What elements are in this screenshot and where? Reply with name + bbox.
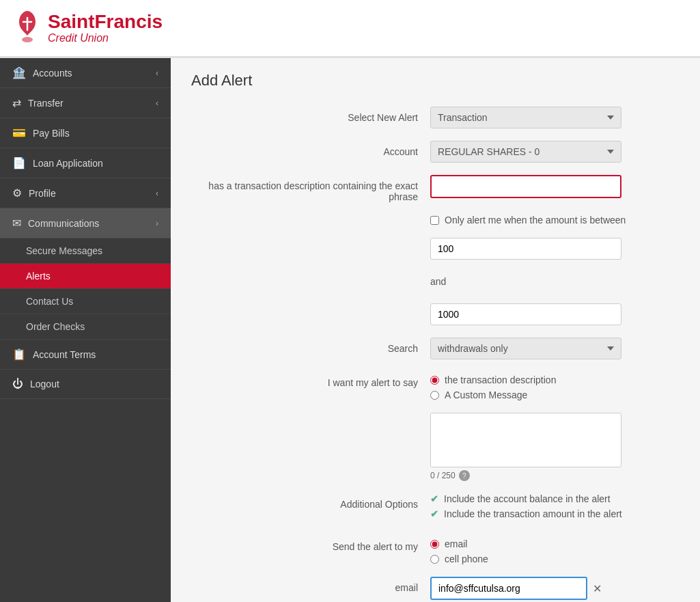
option2-label: Include the transaction amount in the al…	[444, 508, 622, 519]
transfer-icon: ⇄	[12, 96, 21, 109]
amount-checkbox[interactable]	[430, 216, 439, 225]
transaction-desc-input[interactable]	[430, 175, 621, 198]
send-alert-wrap: email cell phone	[430, 536, 680, 564]
sidebar-label-transfer: Transfer	[28, 98, 64, 109]
sidebar: 🏦 Accounts ‹ ⇄ Transfer ‹ 💳 Pay Bills 📄 …	[0, 58, 171, 602]
alert-message-wrap: the transaction description A Custom Mes…	[430, 372, 680, 400]
sidebar-sub-item-order-checks[interactable]: Order Checks	[0, 314, 171, 340]
amount-min-input[interactable]	[430, 238, 621, 260]
form-row-amount-checkbox: Only alert me when the amount is between	[191, 215, 680, 225]
radio-cell-label[interactable]: cell phone	[445, 553, 488, 564]
radio-custom-message[interactable]	[430, 391, 439, 400]
profile-icon: ⚙	[12, 187, 22, 200]
textarea-wrap-outer: 0 / 250 ?	[430, 413, 680, 481]
radio-row-cell: cell phone	[430, 553, 680, 564]
amount-checkbox-row: Only alert me when the amount is between	[430, 215, 680, 225]
option1-row: ✔ Include the account balance in the ale…	[430, 493, 680, 504]
sub-label-alerts: Alerts	[26, 271, 51, 282]
char-count: 0 / 250 ?	[430, 467, 680, 481]
communications-icon: ✉	[12, 217, 21, 230]
account-label: Account	[191, 141, 430, 157]
radio-row-email: email	[430, 538, 680, 549]
chevron-icon: ‹	[156, 68, 158, 78]
sidebar-item-logout[interactable]: ⏻ Logout	[0, 370, 171, 399]
email-input[interactable]	[430, 577, 587, 600]
transaction-desc-label: has a transaction description containing…	[191, 175, 430, 202]
loan-icon: 📄	[12, 156, 26, 169]
select-new-alert-label: Select New Alert	[191, 107, 430, 123]
option1-label: Include the account balance in the alert	[444, 493, 611, 504]
form-row-send-alert: Send the alert to my email cell phone	[191, 536, 680, 564]
form-row-transaction-desc: has a transaction description containing…	[191, 175, 680, 202]
amount-max-label-spacer	[191, 303, 430, 309]
search-select[interactable]: withdrawals only deposits only all trans…	[430, 338, 621, 359]
email-input-wrap: ✕	[430, 577, 680, 600]
pay-bills-icon: 💳	[12, 126, 26, 139]
sidebar-sub-item-alerts[interactable]: Alerts	[0, 264, 171, 289]
header: SaintFrancis Credit Union	[0, 0, 700, 58]
page-title: Add Alert	[191, 72, 680, 90]
app-layout: 🏦 Accounts ‹ ⇄ Transfer ‹ 💳 Pay Bills 📄 …	[0, 58, 700, 602]
sidebar-label-loan: Loan Application	[33, 158, 103, 169]
sub-label-secure-messages: Secure Messages	[26, 245, 102, 256]
sidebar-item-loan-application[interactable]: 📄 Loan Application	[0, 148, 171, 178]
svg-point-0	[22, 37, 33, 42]
sidebar-item-pay-bills[interactable]: 💳 Pay Bills	[0, 118, 171, 148]
radio-custom-message-label[interactable]: A Custom Message	[445, 389, 527, 400]
logo-icon	[14, 10, 41, 47]
select-new-alert-wrap: Transaction Balance Security	[430, 107, 680, 128]
sidebar-sub-item-contact-us[interactable]: Contact Us	[0, 289, 171, 314]
sub-label-contact-us: Contact Us	[26, 296, 73, 307]
radio-group-send: email cell phone	[430, 536, 680, 564]
textarea-container	[430, 413, 621, 467]
amount-label-spacer	[191, 215, 430, 220]
and-label: and	[430, 272, 680, 291]
sidebar-label-accounts: Accounts	[33, 68, 72, 79]
form-row-additional-options: Additional Options ✔ Include the account…	[191, 493, 680, 523]
sidebar-label-communications: Communications	[28, 218, 99, 229]
sidebar-item-profile[interactable]: ⚙ Profile ‹	[0, 178, 171, 208]
account-select[interactable]: REGULAR SHARES - 0 CHECKING - 1	[430, 141, 621, 163]
sidebar-label-logout: Logout	[30, 379, 59, 389]
clear-email-icon[interactable]: ✕	[593, 582, 602, 595]
custom-message-textarea[interactable]	[431, 413, 621, 467]
radio-transaction-desc-label[interactable]: the transaction description	[445, 374, 556, 385]
help-icon[interactable]: ?	[459, 470, 470, 481]
amount-max-wrap	[430, 303, 680, 325]
and-wrap: and	[430, 272, 680, 291]
accounts-icon: 🏦	[12, 66, 26, 79]
radio-cell-phone[interactable]	[430, 555, 439, 564]
sidebar-item-account-terms[interactable]: 📋 Account Terms	[0, 340, 171, 370]
form-row-amount-min	[191, 238, 680, 260]
radio-email[interactable]	[430, 540, 439, 549]
radio-row-custom-message: A Custom Message	[430, 389, 680, 400]
sidebar-sub-item-secure-messages[interactable]: Secure Messages	[0, 238, 171, 264]
search-label: Search	[191, 338, 430, 354]
form-row-select-alert: Select New Alert Transaction Balance Sec…	[191, 107, 680, 128]
form-row-alert-message: I want my alert to say the transaction d…	[191, 372, 680, 400]
textarea-label-spacer	[191, 413, 430, 418]
and-label-spacer	[191, 272, 430, 277]
sidebar-item-accounts[interactable]: 🏦 Accounts ‹	[0, 58, 171, 88]
sidebar-item-communications[interactable]: ✉ Communications ›	[0, 208, 171, 238]
radio-transaction-desc[interactable]	[430, 376, 439, 385]
sub-label-order-checks: Order Checks	[26, 321, 85, 332]
select-new-alert[interactable]: Transaction Balance Security	[430, 107, 621, 128]
chevron-icon: ‹	[156, 98, 158, 108]
form-row-search: Search withdrawals only deposits only al…	[191, 338, 680, 359]
alert-message-label: I want my alert to say	[191, 372, 430, 388]
additional-options-label: Additional Options	[191, 493, 430, 510]
logo-text: SaintFrancis Credit Union	[48, 12, 163, 45]
sidebar-item-transfer[interactable]: ⇄ Transfer ‹	[0, 88, 171, 118]
char-count-text: 0 / 250	[430, 471, 456, 480]
amount-max-input[interactable]	[430, 303, 621, 325]
checkmark2-icon: ✔	[430, 508, 438, 519]
amount-checkbox-label[interactable]: Only alert me when the amount is between	[445, 215, 626, 225]
sidebar-label-profile: Profile	[29, 188, 56, 199]
form-row-amount-max	[191, 303, 680, 325]
logo-brand-name: SaintFrancis	[48, 12, 163, 33]
account-wrap: REGULAR SHARES - 0 CHECKING - 1	[430, 141, 680, 163]
send-alert-label: Send the alert to my	[191, 536, 430, 552]
form-row-textarea: 0 / 250 ?	[191, 413, 680, 481]
radio-email-label[interactable]: email	[445, 538, 467, 549]
